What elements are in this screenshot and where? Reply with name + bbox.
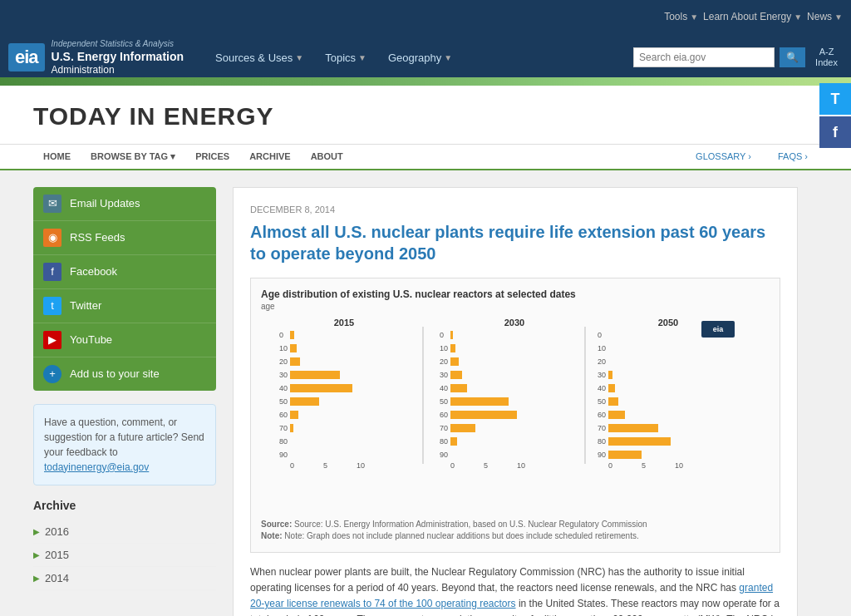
svg-text:60: 60 [440, 411, 448, 419]
geography-dropdown-arrow: ▼ [444, 53, 452, 62]
sidebar-feedback: Have a question, comment, or suggestion … [33, 404, 216, 485]
nav-topics[interactable]: Topics ▼ [318, 47, 373, 69]
svg-text:0: 0 [608, 461, 612, 470]
sub-nav-about[interactable]: ABOUT [301, 145, 353, 169]
sub-nav-prices[interactable]: PRICES [185, 145, 239, 169]
archive-2016[interactable]: ▶ 2016 [33, 520, 216, 544]
svg-text:0: 0 [290, 461, 294, 470]
logo-top-line: Independent Statistics & Analysis [52, 38, 184, 49]
learn-menu-button[interactable]: Learn About Energy ▼ [703, 11, 802, 22]
sidebar-add-site[interactable]: + Add us to your site [33, 357, 216, 391]
article-body: When nuclear power plants are built, the… [250, 564, 780, 616]
search-area: 🔍 A-ZIndex [633, 47, 843, 68]
learn-dropdown-arrow: ▼ [794, 12, 802, 22]
svg-text:2030: 2030 [504, 318, 524, 328]
add-site-label: Add us to your site [70, 367, 160, 380]
sidebar-facebook[interactable]: f Facebook [33, 255, 216, 289]
svg-text:0: 0 [598, 331, 602, 339]
svg-rect-59 [608, 384, 615, 392]
svg-text:30: 30 [440, 371, 448, 379]
svg-text:eia: eia [713, 325, 725, 333]
sidebar-social-links: ✉ Email Updates ◉ RSS Feeds f Facebook t… [33, 187, 216, 391]
nav-sources-uses[interactable]: Sources & Uses ▼ [209, 47, 310, 69]
svg-rect-40 [450, 411, 517, 419]
az-index-button[interactable]: A-ZIndex [810, 47, 843, 68]
top-bar: Tools ▼ Learn About Energy ▼ News ▼ [0, 0, 851, 33]
sub-nav-browse-by-tag[interactable]: BROWSE BY TAG ▾ [81, 145, 185, 169]
tools-menu-button[interactable]: Tools ▼ [664, 11, 698, 22]
svg-text:20: 20 [598, 357, 606, 366]
sub-nav-home[interactable]: HOME [33, 145, 81, 169]
chart-age-label: age [261, 302, 770, 311]
chart-title: Age distribution of existing U.S. nuclea… [261, 288, 770, 300]
svg-text:40: 40 [279, 384, 288, 392]
svg-text:40: 40 [598, 384, 606, 392]
chart-svg: 2015 0 10 20 30 40 50 60 70 80 90 [261, 314, 743, 514]
main-content: DECEMBER 8, 2014 Almost all U.S. nuclear… [233, 187, 798, 616]
svg-text:2050: 2050 [658, 318, 678, 328]
sidebar-twitter[interactable]: t Twitter [33, 289, 216, 323]
svg-text:50: 50 [279, 397, 288, 406]
svg-text:20: 20 [440, 357, 448, 366]
email-label: Email Updates [70, 197, 140, 209]
svg-text:2015: 2015 [334, 318, 354, 328]
twitter-icon: t [43, 297, 61, 315]
feedback-email-link[interactable]: todayinenergy@eia.gov [44, 461, 149, 473]
topics-dropdown-arrow: ▼ [358, 53, 366, 62]
top-bar-right: Tools ▼ Learn About Energy ▼ News ▼ [664, 11, 843, 22]
news-label: News [807, 11, 832, 22]
article-body-para1: When nuclear power plants are built, the… [250, 566, 745, 594]
youtube-label: YouTube [70, 333, 112, 346]
twitter-label: Twitter [70, 299, 101, 312]
svg-text:40: 40 [440, 384, 448, 392]
svg-rect-37 [450, 371, 462, 379]
sidebar-email-updates[interactable]: ✉ Email Updates [33, 187, 216, 221]
archive-year-2014: 2014 [45, 572, 69, 584]
twitter-social-button[interactable]: T [819, 83, 851, 115]
sub-nav-archive[interactable]: ARCHIVE [239, 145, 301, 169]
svg-rect-63 [608, 437, 671, 446]
svg-text:70: 70 [440, 424, 448, 432]
facebook-social-button[interactable]: f [819, 116, 851, 148]
svg-text:50: 50 [440, 397, 448, 406]
svg-text:30: 30 [279, 371, 288, 379]
sub-nav: HOME BROWSE BY TAG ▾ PRICES ARCHIVE ABOU… [0, 145, 851, 170]
main-nav: Sources & Uses ▼ Topics ▼ Geography ▼ 🔍 … [209, 47, 843, 69]
svg-text:20: 20 [279, 357, 288, 366]
svg-rect-18 [290, 424, 293, 432]
nav-geography[interactable]: Geography ▼ [381, 47, 459, 69]
svg-rect-64 [608, 451, 642, 459]
faqs-link[interactable]: FAQS › [768, 145, 818, 168]
search-button[interactable]: 🔍 [780, 47, 805, 67]
content-area: ✉ Email Updates ◉ RSS Feeds f Facebook t… [0, 170, 814, 616]
search-input[interactable] [633, 47, 775, 67]
svg-text:80: 80 [598, 437, 606, 446]
social-right-sidebar: T f [819, 83, 851, 148]
svg-text:10: 10 [440, 344, 448, 352]
svg-rect-58 [608, 371, 612, 379]
archive-2014[interactable]: ▶ 2014 [33, 567, 216, 590]
sub-nav-right: GLOSSARY › FAQS › [686, 145, 818, 168]
archive-year-2015: 2015 [45, 549, 69, 561]
feedback-text: Have a question, comment, or suggestion … [44, 416, 204, 458]
arrow-2014: ▶ [33, 574, 40, 583]
svg-text:50: 50 [598, 397, 606, 406]
svg-text:90: 90 [279, 451, 288, 459]
eia-logo: eia [8, 43, 45, 71]
svg-text:0: 0 [279, 331, 283, 339]
svg-rect-62 [608, 424, 658, 432]
wave-banner [0, 77, 851, 86]
archive-2015[interactable]: ▶ 2015 [33, 544, 216, 567]
glossary-link[interactable]: GLOSSARY › [686, 145, 761, 168]
facebook-icon: f [43, 263, 61, 281]
svg-text:10: 10 [357, 461, 365, 470]
page-title: TODAY IN ENERGY [33, 102, 818, 131]
sidebar-rss-feeds[interactable]: ◉ RSS Feeds [33, 221, 216, 255]
svg-text:60: 60 [598, 411, 606, 419]
youtube-icon: ▶ [43, 331, 61, 349]
svg-rect-61 [608, 411, 625, 419]
rss-icon: ◉ [43, 229, 61, 247]
svg-text:5: 5 [323, 461, 327, 470]
news-menu-button[interactable]: News ▼ [807, 11, 843, 22]
sidebar-youtube[interactable]: ▶ YouTube [33, 323, 216, 357]
